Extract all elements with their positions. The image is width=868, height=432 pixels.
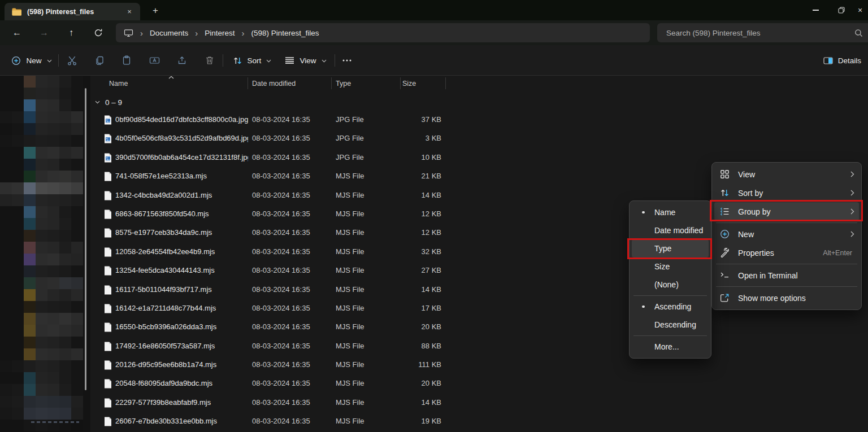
submenu-item-date-modified[interactable]: Date modified bbox=[632, 221, 709, 239]
submenu-item-name[interactable]: Name bbox=[632, 203, 709, 221]
sidebar-item-blurred[interactable] bbox=[0, 88, 90, 99]
view-button[interactable]: View bbox=[281, 50, 330, 71]
file-row[interactable]: 26067-e7bde30b331ee0bb.mjs08-03-2024 16:… bbox=[90, 412, 542, 431]
file-row[interactable]: 20126-d95c95ee6b8b1a74.mjs08-03-2024 16:… bbox=[90, 356, 542, 374]
up-button[interactable]: ↑ bbox=[62, 24, 80, 42]
sidebar-item-blurred[interactable] bbox=[0, 182, 90, 194]
file-row[interactable]: 1342-c4bcba49d2a002d1.mjs08-03-2024 16:3… bbox=[90, 186, 542, 205]
sidebar-item-blurred[interactable] bbox=[0, 194, 90, 206]
file-row[interactable]: 22297-577f39b8eabfabf9.mjs08-03-2024 16:… bbox=[90, 394, 542, 412]
breadcrumb-item[interactable]: Pinterest bbox=[205, 29, 235, 37]
sidebar-item-blurred[interactable] bbox=[0, 206, 90, 218]
sort-button[interactable]: Sort bbox=[229, 50, 275, 71]
column-header-type[interactable]: Type bbox=[336, 80, 351, 88]
blurred-pixel-block bbox=[0, 360, 12, 372]
file-row[interactable]: 16550-b5cb9396a026dda3.mjs08-03-2024 16:… bbox=[90, 318, 542, 337]
sidebar-item-blurred[interactable] bbox=[0, 159, 90, 171]
breadcrumb-item[interactable]: Documents bbox=[150, 29, 188, 37]
submenu-item-descending[interactable]: Descending bbox=[632, 316, 709, 334]
sidebar-item-blurred[interactable] bbox=[0, 99, 90, 111]
sidebar-item-blurred[interactable] bbox=[0, 384, 90, 396]
paste-button[interactable] bbox=[116, 50, 137, 71]
submenu-item-more-[interactable]: More... bbox=[632, 338, 709, 356]
sidebar-item-blurred[interactable] bbox=[0, 171, 90, 182]
sidebar-item-blurred[interactable] bbox=[0, 396, 90, 408]
blurred-pixel-block bbox=[71, 396, 83, 408]
sidebar-item-blurred[interactable] bbox=[0, 135, 90, 147]
forward-button[interactable]: → bbox=[35, 24, 53, 42]
blurred-pixel-block bbox=[24, 159, 36, 171]
navigation-pane-blurred[interactable] bbox=[0, 76, 90, 432]
sidebar-item-blurred[interactable] bbox=[0, 218, 90, 230]
menu-item-open-in-terminal[interactable]: Open in Terminal bbox=[714, 266, 859, 285]
file-row[interactable]: 6863-8671563f850fd540.mjs08-03-2024 16:3… bbox=[90, 205, 542, 224]
file-row[interactable]: 17492-16e86050f573a587.mjs08-03-2024 16:… bbox=[90, 337, 542, 356]
file-row[interactable]: 390d5700f6b0ab6a454ce17d32131f8f.jpg08-0… bbox=[90, 149, 542, 167]
menu-item-show-more-options[interactable]: Show more options bbox=[714, 289, 859, 307]
file-type: MJS File bbox=[336, 191, 364, 199]
tab-close-icon[interactable]: × bbox=[123, 6, 136, 18]
menu-item-properties[interactable]: PropertiesAlt+Enter bbox=[714, 243, 859, 262]
sidebar-item-blurred[interactable] bbox=[0, 301, 90, 313]
file-row[interactable]: 0bf90d854ded16d7dbfcb3cff8800c0a.jpg08-0… bbox=[90, 111, 542, 129]
file-row[interactable]: 16117-5b011044f93bf717.mjs08-03-2024 16:… bbox=[90, 281, 542, 299]
column-header-size[interactable]: Size bbox=[402, 80, 416, 88]
sidebar-item-blurred[interactable] bbox=[0, 360, 90, 372]
delete-button[interactable] bbox=[199, 50, 220, 71]
sidebar-item-blurred[interactable] bbox=[0, 265, 90, 277]
sidebar-item-blurred[interactable] bbox=[0, 123, 90, 135]
sidebar-item-blurred[interactable] bbox=[0, 408, 90, 420]
new-tab-button[interactable]: + bbox=[148, 3, 163, 18]
file-row[interactable]: 13254-fee5dca430444143.mjs08-03-2024 16:… bbox=[90, 261, 542, 280]
sidebar-item-blurred[interactable] bbox=[0, 76, 90, 88]
sidebar-scrollbar[interactable] bbox=[85, 88, 86, 390]
sidebar-item-blurred[interactable] bbox=[0, 147, 90, 159]
rename-button[interactable] bbox=[144, 50, 164, 71]
sidebar-item-blurred[interactable] bbox=[0, 337, 90, 348]
sidebar-item-blurred[interactable] bbox=[0, 242, 90, 254]
sidebar-item-blurred[interactable] bbox=[0, 348, 90, 360]
see-more-button[interactable] bbox=[337, 50, 357, 71]
file-row[interactable]: 8575-e1977ceb3b34da9c.mjs08-03-2024 16:3… bbox=[90, 224, 542, 242]
menu-item-view[interactable]: View bbox=[714, 165, 859, 184]
sidebar-item-blurred[interactable] bbox=[0, 289, 90, 301]
share-button[interactable] bbox=[172, 50, 192, 71]
breadcrumb[interactable]: ›Documents›Pinterest›(598) Pinterest_fil… bbox=[116, 23, 650, 42]
file-row[interactable]: 741-058f57e1ee52313a.mjs08-03-2024 16:35… bbox=[90, 167, 542, 186]
sidebar-item-blurred[interactable] bbox=[0, 372, 90, 384]
close-button[interactable]: × bbox=[854, 0, 868, 20]
menu-item-new[interactable]: New bbox=[714, 225, 859, 243]
copy-button[interactable] bbox=[89, 50, 110, 71]
file-row[interactable]: 16142-e1a7211d48c77b44.mjs08-03-2024 16:… bbox=[90, 299, 542, 318]
refresh-button[interactable] bbox=[89, 24, 107, 42]
blurred-pixel-block bbox=[0, 88, 12, 99]
submenu-item--none-[interactable]: (None) bbox=[632, 276, 709, 294]
back-button[interactable]: ← bbox=[8, 24, 26, 42]
file-name: 0bf90d854ded16d7dbfcb3cff8800c0a.jpg bbox=[115, 115, 248, 124]
column-header-date[interactable]: Date modified bbox=[252, 80, 296, 88]
file-type: MJS File bbox=[336, 172, 364, 180]
file-row[interactable]: 4b05f0e506cf8a93c531d52d9afbd69d.jpg08-0… bbox=[90, 129, 542, 148]
new-button[interactable]: New bbox=[8, 50, 55, 71]
minimize-button[interactable] bbox=[802, 0, 828, 20]
blurred-pixel-block bbox=[24, 99, 36, 111]
sidebar-item-blurred[interactable] bbox=[0, 230, 90, 242]
cut-button[interactable] bbox=[62, 50, 82, 71]
sidebar-item-blurred[interactable] bbox=[0, 111, 90, 123]
file-row[interactable]: 20548-f68095daf9da9bdc.mjs08-03-2024 16:… bbox=[90, 374, 542, 393]
search-input[interactable]: Search (598) Pinterest_files bbox=[657, 23, 868, 42]
details-pane-button[interactable]: Details bbox=[819, 50, 866, 71]
sidebar-item-blurred[interactable] bbox=[0, 254, 90, 265]
file-row[interactable]: 12058-2e64554fb42ee4b9.mjs08-03-2024 16:… bbox=[90, 243, 542, 261]
group-header-0-9[interactable]: 0 – 9 bbox=[90, 96, 122, 108]
breadcrumb-item[interactable]: (598) Pinterest_files bbox=[251, 29, 319, 37]
sidebar-item-blurred[interactable] bbox=[0, 277, 90, 289]
submenu-item-ascending[interactable]: Ascending bbox=[632, 298, 709, 316]
column-header-name[interactable]: Name bbox=[109, 80, 128, 88]
blurred-pixel-block bbox=[12, 218, 24, 230]
restore-button[interactable] bbox=[828, 0, 854, 20]
sidebar-item-blurred[interactable] bbox=[0, 325, 90, 337]
sidebar-item-blurred[interactable] bbox=[0, 313, 90, 325]
submenu-item-size[interactable]: Size bbox=[632, 258, 709, 276]
explorer-tab[interactable]: (598) Pinterest_files × bbox=[5, 3, 140, 20]
